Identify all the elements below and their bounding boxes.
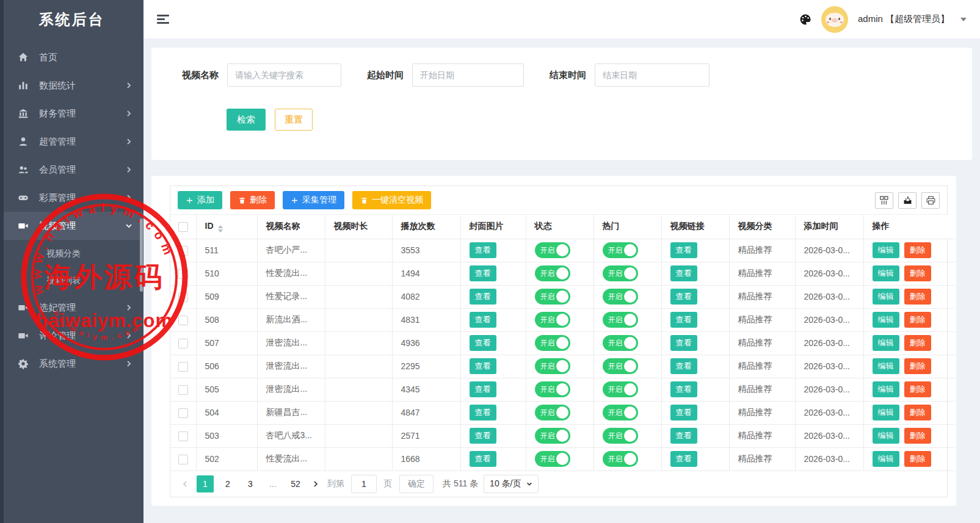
edit-button[interactable]: 编辑 <box>873 265 899 281</box>
edit-button[interactable]: 编辑 <box>873 405 899 420</box>
page-button-1[interactable]: 1 <box>197 475 214 492</box>
delete-row-button[interactable]: 删除 <box>904 405 931 420</box>
delete-button[interactable]: 删除 <box>230 191 275 209</box>
cover-view-button[interactable]: 查看 <box>470 428 496 444</box>
delete-row-button[interactable]: 删除 <box>904 381 931 397</box>
sidebar-subitem-6-1[interactable]: 视频列表 <box>0 267 143 294</box>
search-button[interactable]: 检索 <box>227 109 266 131</box>
link-view-button[interactable]: 查看 <box>670 289 697 305</box>
user-dropdown-caret-icon[interactable] <box>960 18 967 21</box>
hot-toggle[interactable]: 开启 <box>603 451 638 467</box>
delete-row-button[interactable]: 删除 <box>904 289 931 305</box>
status-toggle[interactable]: 开启 <box>535 242 570 258</box>
status-toggle[interactable]: 开启 <box>535 265 570 281</box>
delete-row-button[interactable]: 删除 <box>904 312 931 328</box>
status-toggle[interactable]: 开启 <box>535 312 570 328</box>
user-avatar[interactable] <box>821 6 848 33</box>
page-size-select[interactable]: 10 条/页 <box>484 475 539 493</box>
link-view-button[interactable]: 查看 <box>670 451 697 467</box>
reset-button[interactable]: 重置 <box>275 109 313 131</box>
link-view-button[interactable]: 查看 <box>670 265 697 281</box>
delete-row-button[interactable]: 删除 <box>904 358 931 374</box>
cover-view-button[interactable]: 查看 <box>470 405 496 420</box>
cover-view-button[interactable]: 查看 <box>470 451 496 467</box>
id-sort-icon[interactable] <box>218 225 223 233</box>
filter-columns-button[interactable] <box>875 192 893 209</box>
start-date-input[interactable] <box>412 63 524 87</box>
link-view-button[interactable]: 查看 <box>670 335 697 351</box>
clear-all-videos-button[interactable]: 一键清空视频 <box>352 191 431 209</box>
hot-toggle[interactable]: 开启 <box>603 381 638 397</box>
jump-page-input[interactable] <box>351 475 377 493</box>
hot-toggle[interactable]: 开启 <box>603 428 638 444</box>
select-all-checkbox[interactable] <box>178 222 188 232</box>
sidebar-item-5[interactable]: 彩票管理 <box>0 184 143 212</box>
status-toggle[interactable]: 开启 <box>535 289 570 305</box>
row-checkbox[interactable] <box>178 246 188 256</box>
sidebar-item-6[interactable]: 视频管理 <box>0 212 143 240</box>
sidebar-scrollbar[interactable] <box>140 218 143 292</box>
cover-view-button[interactable]: 查看 <box>470 242 496 258</box>
hamburger-menu-icon[interactable] <box>157 13 169 26</box>
hot-toggle[interactable]: 开启 <box>603 358 638 374</box>
status-toggle[interactable]: 开启 <box>535 335 570 351</box>
edit-button[interactable]: 编辑 <box>873 289 899 305</box>
status-toggle[interactable]: 开启 <box>535 358 570 374</box>
cover-view-button[interactable]: 查看 <box>470 358 496 374</box>
sidebar-item-0[interactable]: 首页 <box>0 43 143 71</box>
page-button-2[interactable]: 2 <box>219 475 236 492</box>
link-view-button[interactable]: 查看 <box>670 242 697 258</box>
cover-view-button[interactable]: 查看 <box>470 265 496 281</box>
sidebar-item-2[interactable]: 财务管理 <box>0 99 143 128</box>
edit-button[interactable]: 编辑 <box>873 312 899 328</box>
edit-button[interactable]: 编辑 <box>873 451 899 467</box>
delete-row-button[interactable]: 删除 <box>904 451 931 467</box>
hot-toggle[interactable]: 开启 <box>603 242 638 258</box>
cover-view-button[interactable]: 查看 <box>470 335 496 351</box>
hot-toggle[interactable]: 开启 <box>603 312 638 328</box>
hot-toggle[interactable]: 开启 <box>603 289 638 305</box>
edit-button[interactable]: 编辑 <box>873 358 899 374</box>
row-checkbox[interactable] <box>178 385 188 395</box>
sidebar-subitem-6-0[interactable]: 视频分类 <box>0 240 143 267</box>
delete-row-button[interactable]: 删除 <box>904 335 931 351</box>
edit-button[interactable]: 编辑 <box>873 381 899 397</box>
status-toggle[interactable]: 开启 <box>535 405 570 420</box>
admin-user-label[interactable]: admin 【超级管理员】 <box>858 13 949 25</box>
video-name-input[interactable] <box>227 63 341 87</box>
cover-view-button[interactable]: 查看 <box>470 312 496 328</box>
hot-toggle[interactable]: 开启 <box>603 335 638 351</box>
row-checkbox[interactable] <box>178 455 188 464</box>
edit-button[interactable]: 编辑 <box>873 335 899 351</box>
sidebar-item-8[interactable]: 评论管理 <box>0 322 143 350</box>
row-checkbox[interactable] <box>178 431 188 441</box>
delete-row-button[interactable]: 删除 <box>904 265 931 281</box>
delete-row-button[interactable]: 删除 <box>904 242 931 258</box>
prev-page-button[interactable] <box>179 480 191 488</box>
page-button-3[interactable]: 3 <box>242 475 259 492</box>
row-checkbox[interactable] <box>178 408 188 418</box>
row-checkbox[interactable] <box>178 292 188 302</box>
edit-button[interactable]: 编辑 <box>873 242 899 258</box>
next-page-button[interactable] <box>310 480 322 488</box>
row-checkbox[interactable] <box>178 269 188 279</box>
cover-view-button[interactable]: 查看 <box>470 381 496 397</box>
sidebar-item-1[interactable]: 数据统计 <box>0 71 143 99</box>
confirm-jump-button[interactable]: 确定 <box>399 475 434 493</box>
row-checkbox[interactable] <box>178 339 188 348</box>
cover-view-button[interactable]: 查看 <box>470 289 496 305</box>
row-checkbox[interactable] <box>178 362 188 372</box>
status-toggle[interactable]: 开启 <box>535 428 570 444</box>
status-toggle[interactable]: 开启 <box>535 451 570 467</box>
hot-toggle[interactable]: 开启 <box>603 405 638 420</box>
export-button[interactable] <box>898 192 916 209</box>
edit-button[interactable]: 编辑 <box>873 428 899 444</box>
sidebar-item-3[interactable]: 超管管理 <box>0 128 143 156</box>
link-view-button[interactable]: 查看 <box>670 312 697 328</box>
sidebar-item-4[interactable]: 会员管理 <box>0 156 143 184</box>
sidebar-item-9[interactable]: 系统管理 <box>0 350 143 378</box>
theme-palette-icon[interactable] <box>799 13 811 26</box>
sidebar-item-7[interactable]: 选妃管理 <box>0 294 143 322</box>
end-date-input[interactable] <box>595 63 710 87</box>
hot-toggle[interactable]: 开启 <box>603 265 638 281</box>
